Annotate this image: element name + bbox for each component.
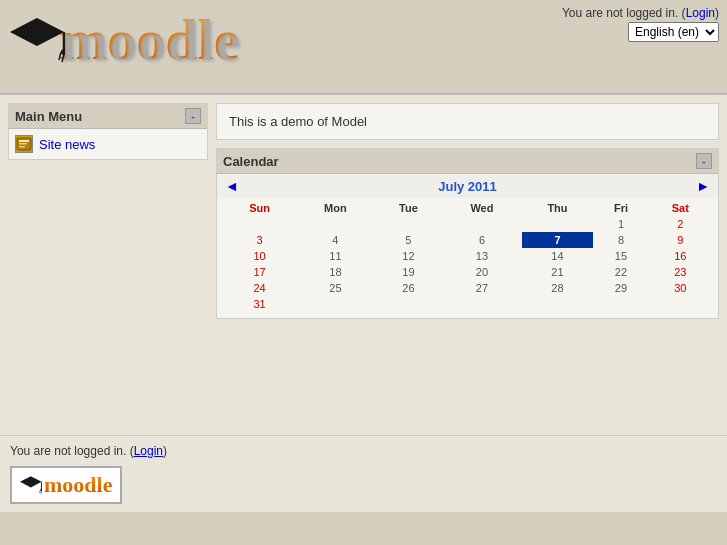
- calendar-day[interactable]: 16: [649, 248, 712, 264]
- graduation-cap-icon: [10, 10, 65, 70]
- cal-day-header-wed: Wed: [442, 200, 521, 216]
- calendar-day[interactable]: 23: [649, 264, 712, 280]
- calendar-day[interactable]: 14: [522, 248, 594, 264]
- calendar-day: [296, 216, 374, 232]
- calendar-day[interactable]: 17: [223, 264, 296, 280]
- calendar-day[interactable]: 15: [593, 248, 648, 264]
- footer-graduation-cap-icon: [20, 473, 42, 497]
- calendar-day[interactable]: 25: [296, 280, 374, 296]
- svg-line-5: [62, 54, 64, 62]
- calendar-day[interactable]: 3: [223, 232, 296, 248]
- calendar-day[interactable]: 6: [442, 232, 521, 248]
- language-select[interactable]: English (en): [628, 22, 719, 42]
- logo-text: moodle: [59, 11, 239, 69]
- calendar-day: [223, 216, 296, 232]
- calendar-day[interactable]: 29: [593, 280, 648, 296]
- calendar-header: Calendar -: [217, 149, 718, 174]
- calendar-day[interactable]: 1: [593, 216, 648, 232]
- main-menu-title: Main Menu: [15, 109, 82, 124]
- language-selector-wrap[interactable]: English (en): [628, 22, 719, 42]
- main-menu-collapse-btn[interactable]: -: [185, 108, 201, 124]
- calendar-day: [442, 216, 521, 232]
- logo-area: moodle: [10, 10, 239, 70]
- calendar-day[interactable]: 7: [522, 232, 594, 248]
- footer: You are not logged in. (Login) moodle: [0, 435, 727, 512]
- calendar-grid-wrap: SunMonTueWedThuFriSat 123456789101112131…: [217, 198, 718, 318]
- demo-text: This is a demo of Model: [229, 114, 367, 129]
- cal-day-header-tue: Tue: [375, 200, 443, 216]
- calendar-body: 1234567891011121314151617181920212223242…: [223, 216, 712, 312]
- calendar-day: [522, 296, 594, 312]
- calendar-row: 12: [223, 216, 712, 232]
- news-icon-svg: [16, 137, 32, 151]
- cal-day-header-mon: Mon: [296, 200, 374, 216]
- calendar-day[interactable]: 11: [296, 248, 374, 264]
- calendar-next-btn[interactable]: ►: [696, 178, 710, 194]
- calendar-day[interactable]: 18: [296, 264, 374, 280]
- calendar-day[interactable]: 30: [649, 280, 712, 296]
- right-panel: This is a demo of Model Calendar - ◄ Jul…: [216, 103, 719, 427]
- main-content: Main Menu - Site news: [0, 95, 727, 435]
- main-menu-body: Site news: [9, 129, 207, 159]
- calendar-day: [296, 296, 374, 312]
- sidebar: Main Menu - Site news: [8, 103, 208, 427]
- calendar-table: SunMonTueWedThuFriSat 123456789101112131…: [223, 200, 712, 312]
- calendar-day[interactable]: 12: [375, 248, 443, 264]
- calendar-day[interactable]: 4: [296, 232, 374, 248]
- calendar-day[interactable]: 27: [442, 280, 521, 296]
- calendar-row: 24252627282930: [223, 280, 712, 296]
- calendar-nav: ◄ July 2011 ►: [217, 174, 718, 198]
- cal-day-header-thu: Thu: [522, 200, 594, 216]
- calendar-day: [649, 296, 712, 312]
- calendar-day[interactable]: 8: [593, 232, 648, 248]
- calendar-day[interactable]: 24: [223, 280, 296, 296]
- calendar-day[interactable]: 2: [649, 216, 712, 232]
- footer-login-link[interactable]: Login: [134, 444, 163, 458]
- calendar-day: [375, 216, 443, 232]
- footer-logo: moodle: [10, 466, 122, 504]
- not-logged-in-close: ): [715, 6, 719, 20]
- svg-line-4: [59, 52, 61, 60]
- calendar-day[interactable]: 28: [522, 280, 594, 296]
- cal-day-header-fri: Fri: [593, 200, 648, 216]
- demo-text-block: This is a demo of Model: [216, 103, 719, 140]
- calendar-day-headers: SunMonTueWedThuFriSat: [223, 200, 712, 216]
- footer-text: You are not logged in. (Login): [10, 444, 717, 458]
- header: You are not logged in. (Login) English (…: [0, 0, 727, 95]
- calendar-day[interactable]: 5: [375, 232, 443, 248]
- calendar-collapse-btn[interactable]: -: [696, 153, 712, 169]
- site-news-link[interactable]: Site news: [15, 135, 201, 153]
- calendar-title: Calendar: [223, 154, 279, 169]
- svg-rect-10: [19, 146, 25, 148]
- svg-marker-11: [20, 476, 42, 487]
- calendar-block: Calendar - ◄ July 2011 ► SunMonTueWedThu…: [216, 148, 719, 319]
- calendar-day[interactable]: 19: [375, 264, 443, 280]
- calendar-month-year: July 2011: [438, 179, 497, 194]
- svg-rect-8: [19, 140, 29, 142]
- not-logged-in-text: You are not logged in. (: [562, 6, 686, 20]
- main-menu-block: Main Menu - Site news: [8, 103, 208, 160]
- cal-day-header-sat: Sat: [649, 200, 712, 216]
- calendar-day[interactable]: 22: [593, 264, 648, 280]
- calendar-row: 10111213141516: [223, 248, 712, 264]
- calendar-day[interactable]: 31: [223, 296, 296, 312]
- svg-marker-1: [10, 18, 64, 46]
- cal-day-header-sun: Sun: [223, 200, 296, 216]
- calendar-day[interactable]: 10: [223, 248, 296, 264]
- calendar-row: 31: [223, 296, 712, 312]
- calendar-day[interactable]: 20: [442, 264, 521, 280]
- svg-rect-9: [19, 143, 27, 145]
- header-login-link[interactable]: Login: [686, 6, 715, 20]
- calendar-prev-btn[interactable]: ◄: [225, 178, 239, 194]
- calendar-row: 17181920212223: [223, 264, 712, 280]
- calendar-day[interactable]: 26: [375, 280, 443, 296]
- calendar-day[interactable]: 13: [442, 248, 521, 264]
- svg-line-15: [41, 491, 42, 494]
- calendar-day: [593, 296, 648, 312]
- calendar-day[interactable]: 9: [649, 232, 712, 248]
- svg-point-3: [61, 49, 65, 55]
- footer-not-logged-close: ): [163, 444, 167, 458]
- calendar-day[interactable]: 21: [522, 264, 594, 280]
- svg-line-14: [40, 490, 41, 493]
- calendar-day: [442, 296, 521, 312]
